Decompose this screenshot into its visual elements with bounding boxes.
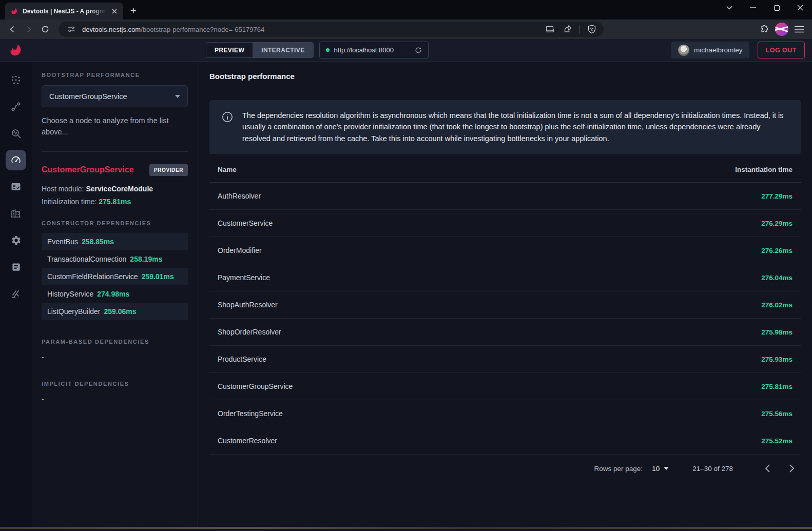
browser-tab[interactable]: Devtools | NestJS - A progressive xyxy=(5,3,123,19)
site-settings-icon[interactable] xyxy=(65,23,78,36)
nav-rail xyxy=(0,62,32,527)
row-name: CustomerResolver xyxy=(209,427,537,455)
row-name: OrderTestingService xyxy=(209,400,537,427)
perf-table-body: AuthResolver277.29msCustomerService276.2… xyxy=(209,183,801,455)
browser-profile-avatar[interactable] xyxy=(775,23,788,36)
row-instantiation-time: 276.26ms xyxy=(537,237,801,264)
tab-preview[interactable]: PREVIEW xyxy=(206,42,253,58)
dependency-item[interactable]: EventBus258.85ms xyxy=(42,233,188,250)
user-chip[interactable]: michaelbromley xyxy=(671,42,749,58)
info-icon xyxy=(222,111,233,123)
back-button-icon[interactable] xyxy=(5,22,20,36)
table-row[interactable]: OrderModifier276.26ms xyxy=(209,237,801,264)
column-header-instantiation-time: Instantiation time xyxy=(537,157,801,183)
nav-sandbox-icon[interactable] xyxy=(6,283,26,304)
brave-shield-icon[interactable] xyxy=(585,23,598,36)
desktop-edge xyxy=(0,527,812,529)
dependency-name: EventBus xyxy=(47,238,78,246)
nav-graph-icon[interactable] xyxy=(6,70,26,90)
user-avatar xyxy=(678,45,689,56)
table-row[interactable]: ShopOrderResolver275.98ms xyxy=(209,319,801,346)
init-time-row: Initialization time: 275.81ms xyxy=(42,198,188,206)
row-name: OrderModifier xyxy=(209,237,537,264)
tab-close-icon[interactable] xyxy=(110,7,119,16)
dependency-item[interactable]: ListQueryBuilder259.06ms xyxy=(42,303,188,320)
target-url-value: http://localhost:8000 xyxy=(334,46,410,54)
tab-interactive[interactable]: INTERACTIVE xyxy=(253,42,313,58)
table-row[interactable]: CustomerService276.29ms xyxy=(209,210,801,237)
selected-node-name: CustomerGroupService xyxy=(42,165,134,174)
constructor-deps-title: CONSTRUCTOR DEPENDENCIES xyxy=(42,220,188,226)
window-close-button[interactable] xyxy=(788,0,812,15)
username: michaelbromley xyxy=(694,46,743,54)
param-deps-value: - xyxy=(42,353,188,361)
dependency-item[interactable]: CustomFieldRelationService259.01ms xyxy=(42,268,188,285)
row-instantiation-time: 275.98ms xyxy=(537,319,801,346)
logout-button[interactable]: LOG OUT xyxy=(758,42,805,58)
target-url-field[interactable]: http://localhost:8000 xyxy=(319,42,429,58)
rows-per-page-select[interactable]: 10 xyxy=(652,465,669,473)
refresh-target-icon[interactable] xyxy=(415,47,422,54)
dependency-time: 258.85ms xyxy=(82,238,114,246)
main-content: Bootstrap performance The dependencies r… xyxy=(198,62,812,527)
analysis-panel: BOOTSTRAP PERFORMANCE CustomerGroupServi… xyxy=(32,62,198,527)
row-instantiation-time: 275.56ms xyxy=(537,400,801,427)
next-page-icon[interactable] xyxy=(783,460,801,477)
row-name: AuthResolver xyxy=(209,183,537,210)
table-row[interactable]: ProductService275.93ms xyxy=(209,346,801,373)
nav-routes-icon[interactable] xyxy=(6,96,26,117)
nav-audit-icon[interactable] xyxy=(6,176,26,197)
window-minimize-button[interactable] xyxy=(741,0,765,15)
table-row[interactable]: OrderTestingService275.56ms xyxy=(209,400,801,427)
devtools-app: PREVIEW INTERACTIVE http://localhost:800… xyxy=(0,39,812,529)
dependency-item[interactable]: HistoryService274.98ms xyxy=(42,285,188,303)
nav-inspect-icon[interactable] xyxy=(6,123,26,144)
panel-divider xyxy=(42,151,188,152)
nav-docs-icon[interactable] xyxy=(6,257,26,277)
tab-search-icon[interactable] xyxy=(718,0,741,15)
dependency-name: ListQueryBuilder xyxy=(47,307,101,316)
row-instantiation-time: 276.29ms xyxy=(537,210,801,237)
row-instantiation-time: 276.04ms xyxy=(537,264,801,291)
rows-per-page-value: 10 xyxy=(652,465,660,473)
url-path: /bootstrap-performance?node=-65179764 xyxy=(141,26,264,33)
nav-modules-icon[interactable] xyxy=(6,203,26,224)
extensions-icon[interactable] xyxy=(760,25,769,34)
url-domain: devtools.nestjs.com xyxy=(82,26,141,33)
rows-per-page-label: Rows per page: xyxy=(594,465,643,473)
row-instantiation-time: 275.81ms xyxy=(537,373,801,400)
url-text[interactable]: devtools.nestjs.com/bootstrap-performanc… xyxy=(82,26,539,33)
reload-button-icon[interactable] xyxy=(38,22,52,36)
nestjs-logo-icon[interactable] xyxy=(0,39,32,61)
dependency-time: 258.19ms xyxy=(130,255,162,263)
node-select[interactable]: CustomerGroupService xyxy=(42,85,188,107)
init-time-value: 275.81ms xyxy=(99,198,131,206)
dependency-item[interactable]: TransactionalConnection258.19ms xyxy=(42,250,188,268)
view-mode-switch: PREVIEW INTERACTIVE xyxy=(205,42,314,58)
row-name: ShopOrderResolver xyxy=(209,319,537,346)
previous-page-icon[interactable] xyxy=(759,460,776,477)
browser-tab-strip: Devtools | NestJS - A progressive + xyxy=(0,0,812,19)
new-tab-button[interactable]: + xyxy=(130,5,137,17)
row-name: PaymentService xyxy=(209,264,537,291)
nav-bootstrap-performance-icon[interactable] xyxy=(6,150,26,170)
table-row[interactable]: CustomerGroupService275.81ms xyxy=(209,373,801,400)
window-maximize-button[interactable] xyxy=(765,0,788,15)
nav-settings-icon[interactable] xyxy=(6,230,26,250)
performance-table: Name Instantiation time AuthResolver277.… xyxy=(209,157,801,455)
param-deps-title: PARAM-BASED DEPENDENCIES xyxy=(42,339,188,345)
page-range: 21–30 of 278 xyxy=(692,465,733,473)
browser-menu-icon[interactable] xyxy=(795,26,804,33)
forward-button-icon[interactable] xyxy=(22,22,36,36)
table-row[interactable]: PaymentService276.04ms xyxy=(209,264,801,291)
app-header: PREVIEW INTERACTIVE http://localhost:800… xyxy=(0,39,812,62)
dependency-name: CustomFieldRelationService xyxy=(47,272,138,281)
pagination-bar: Rows per page: 10 21–30 of 278 xyxy=(209,455,801,482)
table-row[interactable]: AuthResolver277.29ms xyxy=(209,183,801,210)
share-icon[interactable] xyxy=(561,23,574,36)
page-title: Bootstrap performance xyxy=(209,69,801,88)
save-to-device-icon[interactable] xyxy=(544,23,557,36)
address-bar[interactable]: devtools.nestjs.com/bootstrap-performanc… xyxy=(59,22,604,37)
table-row[interactable]: ShopAuthResolver276.02ms xyxy=(209,291,801,319)
table-row[interactable]: CustomerResolver275.52ms xyxy=(209,427,801,455)
